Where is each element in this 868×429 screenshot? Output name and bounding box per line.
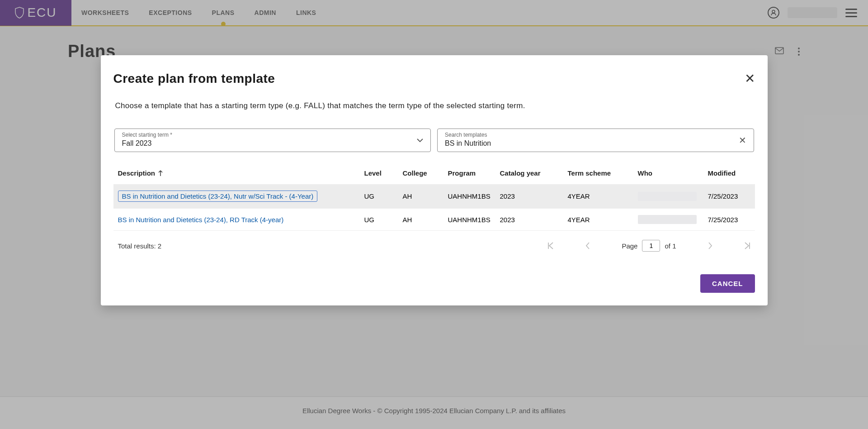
page-of: of 1 (665, 242, 676, 250)
cancel-button[interactable]: CANCEL (700, 274, 755, 293)
search-value: BS in Nutrition (445, 139, 491, 148)
modal-actions: CANCEL (113, 274, 755, 293)
last-page-icon[interactable] (744, 242, 750, 249)
cell-program: UAHNHM1BS (448, 216, 500, 224)
pagination: Page of 1 (547, 240, 750, 252)
cell-level: UG (364, 192, 403, 200)
clear-search-icon[interactable]: ✕ (739, 135, 746, 146)
col-program[interactable]: Program (448, 169, 500, 177)
col-scheme[interactable]: Term scheme (568, 169, 638, 177)
col-catalog[interactable]: Catalog year (500, 169, 568, 177)
page-input[interactable] (642, 240, 660, 252)
who-redacted (638, 215, 697, 224)
search-label: Search templates (445, 132, 487, 138)
cell-scheme: 4YEAR (568, 192, 638, 200)
col-description-label: Description (118, 169, 156, 177)
col-modified[interactable]: Modified (708, 169, 750, 177)
cell-catalog: 2023 (500, 216, 568, 224)
template-link[interactable]: BS in Nutrition and Dietetics (23-24), R… (118, 216, 284, 224)
table-row[interactable]: BS in Nutrition and Dietetics (23-24), N… (113, 184, 755, 209)
template-link[interactable]: BS in Nutrition and Dietetics (23-24), N… (118, 191, 318, 202)
create-plan-modal: Create plan from template ✕ Choose a tem… (101, 55, 768, 305)
page-control: Page of 1 (622, 240, 676, 252)
cell-program: UAHNHM1BS (448, 192, 500, 200)
table-body: BS in Nutrition and Dietetics (23-24), N… (113, 184, 755, 231)
cell-who (638, 215, 708, 224)
starting-term-value: Fall 2023 (122, 139, 152, 148)
cell-college: AH (403, 192, 448, 200)
cell-who (638, 192, 708, 201)
col-college[interactable]: College (403, 169, 448, 177)
who-redacted (638, 192, 697, 201)
table-header: Description Level College Program Catalo… (113, 169, 755, 184)
search-templates-input[interactable]: Search templates BS in Nutrition ✕ (437, 129, 754, 152)
first-page-icon[interactable] (547, 242, 554, 249)
starting-term-select[interactable]: Select starting term * Fall 2023 (114, 129, 431, 152)
next-page-icon[interactable] (708, 242, 712, 249)
starting-term-label: Select starting term * (122, 132, 172, 138)
table-footer: Total results: 2 Page of 1 (113, 231, 755, 256)
table-row[interactable]: BS in Nutrition and Dietetics (23-24), R… (113, 209, 755, 231)
modal-title: Create plan from template (113, 72, 275, 86)
page-label: Page (622, 242, 637, 250)
col-description[interactable]: Description (118, 169, 364, 177)
modal-controls: Select starting term * Fall 2023 Search … (113, 129, 755, 152)
close-icon[interactable]: ✕ (745, 72, 755, 85)
modal-overlay: Create plan from template ✕ Choose a tem… (0, 0, 868, 429)
cell-scheme: 4YEAR (568, 216, 638, 224)
cell-modified: 7/25/2023 (708, 216, 750, 224)
col-level[interactable]: Level (364, 169, 403, 177)
cell-college: AH (403, 216, 448, 224)
modal-instruction: Choose a template that has a starting te… (113, 101, 755, 110)
cell-modified: 7/25/2023 (708, 192, 750, 200)
cell-catalog: 2023 (500, 192, 568, 200)
sort-asc-icon (158, 170, 163, 176)
modal-header: Create plan from template ✕ (113, 72, 755, 86)
prev-page-icon[interactable] (585, 242, 590, 249)
chevron-down-icon (417, 138, 423, 142)
cell-level: UG (364, 216, 403, 224)
results-count: Total results: 2 (118, 242, 162, 250)
col-who[interactable]: Who (638, 169, 708, 177)
